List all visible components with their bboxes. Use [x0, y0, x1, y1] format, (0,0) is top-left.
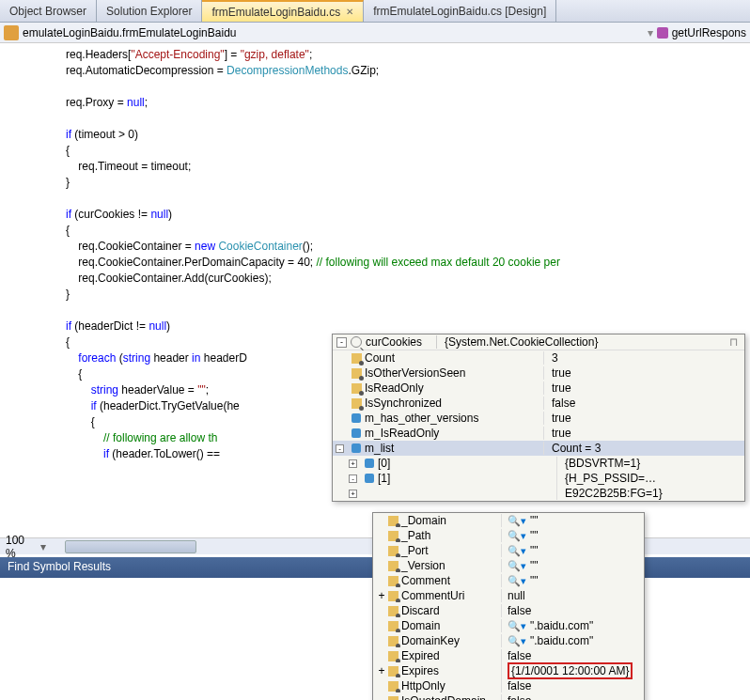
property-icon [388, 531, 398, 541]
property-icon [388, 561, 398, 571]
expand-icon[interactable]: + [378, 664, 384, 677]
prop-name: CommentUri [401, 589, 464, 602]
expand-icon[interactable]: - [336, 444, 344, 453]
property-icon [388, 621, 398, 631]
field-icon [352, 413, 361, 423]
debug-row[interactable]: +E92C2B25B:FG=1} [333, 486, 744, 501]
property-icon [388, 516, 398, 526]
magnifier-icon[interactable]: 🔍▾ [508, 530, 526, 542]
property-icon [388, 666, 398, 677]
field-icon [365, 474, 374, 483]
debug-row[interactable]: +CommentUrinull [373, 588, 644, 603]
tab-frm-cs[interactable]: frmEmulateLoginBaidu.cs✕ [202, 0, 364, 22]
prop-value: {1/1/0001 12:00:00 AM} [501, 662, 642, 679]
prop-value: true [543, 381, 742, 395]
collapse-icon[interactable]: - [336, 337, 347, 348]
method-icon [657, 27, 668, 39]
property-icon [388, 576, 398, 586]
expand-icon[interactable]: + [349, 459, 357, 468]
debug-row[interactable]: _Path🔍▾"" [373, 528, 644, 543]
prop-name: Expired [401, 649, 440, 662]
prop-value: E92C2B25B:FG=1} [556, 487, 742, 500]
property-icon [388, 636, 398, 646]
prop-name: [1] [378, 472, 556, 485]
magnifier-icon[interactable]: 🔍▾ [508, 545, 526, 557]
debug-row[interactable]: -[1]{H_PS_PSSID=3280_1458_2784_2980_3311… [333, 471, 744, 486]
prop-value: 🔍▾"" [501, 574, 642, 587]
debug-row[interactable]: Discardfalse [373, 603, 644, 618]
prop-value: false [501, 679, 642, 692]
prop-name: IsReadOnly [365, 381, 543, 395]
magnifier-icon[interactable]: 🔍▾ [508, 515, 526, 527]
debug-tooltip-cookie-item: _Domain🔍▾""_Path🔍▾""_Port🔍▾""_Version🔍▾"… [372, 512, 645, 700]
prop-value: false [501, 649, 642, 662]
prop-name: Expires [401, 664, 439, 677]
prop-value: null [501, 589, 642, 602]
property-icon [388, 681, 398, 692]
expand-icon[interactable]: + [349, 490, 357, 498]
prop-value: Count = 3 [543, 442, 742, 455]
prop-name: IsOtherVersionSeen [365, 366, 543, 380]
property-icon [388, 606, 398, 616]
prop-value: {H_PS_PSSID=3280_1458_2784_2980_3311_322… [556, 470, 742, 487]
debug-row[interactable]: m_IsReadOnlytrue [333, 426, 744, 441]
debug-row[interactable]: +[0]{BDSVRTM=1} [333, 456, 744, 471]
debug-row[interactable]: _Port🔍▾"" [373, 543, 644, 558]
expand-icon[interactable]: + [378, 589, 384, 602]
zoom-control[interactable]: 100 %▾ [0, 537, 52, 554]
debug-row[interactable]: +Expires{1/1/0001 12:00:00 AM} [373, 663, 644, 678]
property-icon [352, 383, 362, 394]
file-tabs: Object Browser Solution Explorer frmEmul… [0, 0, 750, 23]
property-icon [352, 368, 362, 379]
prop-value: true [543, 366, 742, 380]
tab-solution-explorer[interactable]: Solution Explorer [97, 0, 202, 22]
magnifier-icon[interactable]: 🔍▾ [508, 635, 526, 647]
pin-icon[interactable]: ⊓ [729, 335, 738, 349]
prop-value: false [501, 604, 642, 617]
tab-frm-design[interactable]: frmEmulateLoginBaidu.cs [Design] [364, 0, 556, 22]
prop-value: {BDSVRTM=1} [556, 457, 742, 470]
prop-name: _Domain [401, 514, 446, 527]
debug-row[interactable]: m_has_other_versionstrue [333, 411, 744, 426]
prop-name: Comment [401, 574, 450, 587]
prop-name: HttpOnly [401, 679, 445, 692]
prop-name: Discard [401, 604, 440, 617]
tab-object-browser[interactable]: Object Browser [0, 0, 97, 22]
debug-row[interactable]: Comment🔍▾"" [373, 573, 644, 588]
debug-row[interactable]: Domain🔍▾".baidu.com" [373, 618, 644, 633]
prop-name: m_IsReadOnly [365, 427, 543, 440]
debug-tooltip-curcookies: - curCookies {System.Net.CookieCollectio… [332, 334, 745, 502]
prop-value: true [543, 412, 742, 425]
property-icon [388, 651, 398, 661]
prop-name: Domain [401, 619, 440, 632]
debug-row[interactable]: _Domain🔍▾"" [373, 513, 644, 528]
magnifier-icon[interactable]: 🔍▾ [508, 560, 526, 572]
property-icon [352, 398, 362, 409]
debug-row[interactable]: Expiredfalse [373, 648, 644, 663]
prop-name: m_has_other_versions [365, 412, 543, 425]
method-name[interactable]: getUrlRespons [672, 26, 746, 39]
prop-name: Count [365, 351, 543, 365]
field-icon [365, 459, 374, 468]
magnifier-icon [351, 336, 362, 348]
debug-row[interactable]: -m_listCount = 3 [333, 441, 744, 456]
prop-name: [0] [378, 457, 556, 470]
prop-value: 🔍▾".baidu.com" [501, 619, 642, 632]
debug-row[interactable]: Count3 [333, 350, 744, 366]
close-icon[interactable]: ✕ [346, 7, 353, 17]
debug-row[interactable]: IsSynchronizedfalse [333, 396, 744, 411]
prop-value: 🔍▾".baidu.com" [501, 634, 642, 647]
scrollbar-thumb[interactable] [65, 540, 196, 553]
field-icon [352, 443, 361, 453]
breadcrumb[interactable]: emulateLoginBaidu.frmEmulateLoginBaidu [23, 26, 236, 39]
debug-row[interactable]: DomainKey🔍▾".baidu.com" [373, 633, 644, 648]
magnifier-icon[interactable]: 🔍▾ [508, 620, 526, 632]
expand-icon[interactable]: - [349, 474, 357, 483]
magnifier-icon[interactable]: 🔍▾ [508, 575, 526, 587]
debug-row[interactable]: IsOtherVersionSeentrue [333, 366, 744, 381]
nav-bar: emulateLoginBaidu.frmEmulateLoginBaidu ▾… [0, 23, 750, 43]
debug-row[interactable]: IsReadOnlytrue [333, 381, 744, 396]
debug-row[interactable]: _Version🔍▾"" [373, 558, 644, 573]
debug-row[interactable]: IsQuotedDomainfalse [373, 693, 644, 700]
debug-row[interactable]: HttpOnlyfalse [373, 678, 644, 693]
